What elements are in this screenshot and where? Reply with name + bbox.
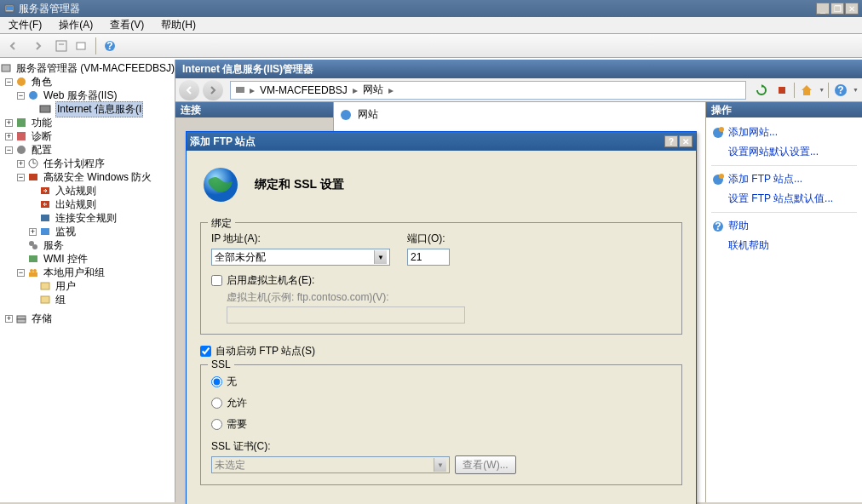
action-add-website[interactable]: 添加网站... — [711, 123, 857, 142]
action-set-defaults[interactable]: 设置网站默认设置... — [711, 142, 857, 162]
dropdown-arrow-icon: ▼ — [374, 250, 387, 264]
svg-rect-30 — [17, 316, 26, 319]
action-online-help[interactable]: 联机帮助 — [711, 236, 857, 255]
tree-inbound[interactable]: 入站规则 — [0, 184, 175, 198]
svg-rect-21 — [41, 228, 49, 235]
close-button[interactable]: ✕ — [845, 3, 859, 14]
nav-back-icon[interactable] — [179, 80, 199, 100]
toolbar-divider — [95, 37, 96, 54]
tree-wmi[interactable]: WMI 控件 — [0, 252, 175, 266]
chevron-right-icon: ▸ — [388, 84, 394, 96]
nav-forward-icon[interactable] — [203, 80, 223, 100]
tree-monitor[interactable]: +监视 — [0, 225, 175, 238]
tree-task-scheduler[interactable]: +任务计划程序 — [0, 157, 175, 170]
ssl-require-label: 需要 — [227, 417, 247, 432]
dropdown-arrow-icon[interactable]: ▼ — [819, 87, 825, 93]
toolbar-icon-2[interactable] — [75, 39, 89, 53]
nav-forward-icon[interactable] — [29, 37, 48, 55]
iis-header: Internet 信息服务(IIS)管理器 — [175, 60, 862, 78]
tree-features[interactable]: +功能 — [0, 116, 175, 129]
dropdown-arrow-icon: ▼ — [434, 458, 446, 472]
ssl-fieldset: SSL 无 允许 需要 SSL 证书(C): 未选定 ▼ 查看(W)... — [200, 364, 682, 485]
svg-point-38 — [719, 127, 724, 132]
globe-plus-icon — [711, 173, 725, 186]
help-icon[interactable]: ? — [832, 82, 849, 99]
ssl-none-label: 无 — [227, 375, 237, 389]
expander-icon[interactable]: − — [5, 78, 13, 86]
svg-point-9 — [29, 91, 37, 100]
tree-config[interactable]: −配置 — [0, 143, 175, 157]
divider — [828, 83, 829, 98]
minimize-button[interactable]: _ — [816, 3, 830, 14]
tree-groups[interactable]: 组 — [0, 293, 175, 306]
action-help[interactable]: ?帮助 — [711, 216, 857, 236]
nav-back-icon[interactable] — [3, 37, 22, 55]
expander-icon[interactable]: − — [17, 269, 25, 277]
chevron-right-icon: ▸ — [353, 84, 358, 96]
enable-vhost-checkbox[interactable] — [211, 275, 222, 286]
breadcrumb-host[interactable]: VM-MACFEEDBSJ — [258, 84, 349, 96]
ip-address-dropdown[interactable]: 全部未分配 ▼ — [211, 249, 390, 266]
svg-point-40 — [719, 174, 724, 179]
ssl-allow-radio[interactable] — [211, 398, 222, 409]
help-icon[interactable]: ? — [103, 39, 117, 53]
maximize-button[interactable]: ❐ — [830, 3, 844, 14]
home-icon[interactable] — [798, 82, 815, 99]
tree-diagnostics[interactable]: +诊断 — [0, 129, 175, 143]
tree-conn-security[interactable]: 连接安全规则 — [0, 211, 175, 225]
vhost-label: 虚拟主机(示例: ftp.contoso.com)(V): — [227, 290, 671, 305]
binding-legend: 绑定 — [208, 216, 235, 231]
menu-help[interactable]: 帮助(H) — [152, 17, 204, 33]
breadcrumb-sites[interactable]: 网站 — [361, 83, 385, 97]
refresh-icon[interactable] — [753, 82, 770, 99]
auto-start-label: 自动启动 FTP 站点(S) — [216, 344, 315, 358]
expander-icon[interactable]: + — [29, 228, 37, 236]
menu-view[interactable]: 查看(V) — [101, 17, 152, 33]
menu-file[interactable]: 文件(F) — [0, 17, 50, 33]
menu-action[interactable]: 操作(A) — [50, 17, 101, 33]
svg-point-36 — [341, 110, 351, 120]
action-set-ftp-defaults[interactable]: 设置 FTP 站点默认值... — [711, 189, 857, 209]
dialog-title: 添加 FTP 站点 — [190, 135, 256, 149]
actions-header: 操作 — [706, 102, 862, 117]
vhost-input — [227, 306, 465, 324]
tree-storage[interactable]: +存储 — [0, 312, 175, 325]
port-input[interactable] — [407, 249, 450, 266]
expander-icon[interactable]: + — [5, 133, 13, 140]
svg-rect-17 — [29, 174, 37, 180]
expander-icon[interactable]: − — [17, 174, 25, 181]
view-cert-button: 查看(W)... — [455, 455, 516, 474]
dialog-close-button[interactable]: ✕ — [679, 135, 692, 147]
tree-users[interactable]: 用户 — [0, 279, 175, 293]
tree-panel[interactable]: 服务器管理器 (VM-MACFEEDBSJ) −角色 −Web 服务器(IIS)… — [0, 60, 175, 502]
tree-roles[interactable]: −角色 — [0, 75, 175, 89]
tree-outbound[interactable]: 出站规则 — [0, 198, 175, 211]
tree-firewall[interactable]: −高级安全 Windows 防火 — [0, 170, 175, 184]
svg-rect-29 — [41, 296, 49, 303]
add-ftp-site-dialog: 添加 FTP 站点 ? ✕ 绑定和 SSL 设置 绑定 IP 地址(A): — [186, 131, 697, 504]
expander-icon[interactable]: + — [5, 119, 13, 127]
svg-point-25 — [30, 269, 33, 272]
svg-rect-28 — [41, 283, 49, 289]
expander-icon[interactable]: − — [5, 146, 13, 154]
action-add-ftp-site[interactable]: 添加 FTP 站点... — [711, 169, 857, 189]
expander-icon[interactable]: + — [17, 160, 25, 168]
stop-icon[interactable] — [773, 82, 790, 99]
dialog-help-button[interactable]: ? — [664, 135, 678, 147]
tree-services[interactable]: 服务 — [0, 238, 175, 252]
dialog-subtitle: 绑定和 SSL 设置 — [255, 177, 344, 192]
tree-iis[interactable]: Internet 信息服务(I — [0, 102, 175, 116]
auto-start-checkbox[interactable] — [200, 346, 211, 357]
dropdown-arrow-icon[interactable]: ▼ — [853, 87, 859, 93]
breadcrumb[interactable]: ▸ VM-MACFEEDBSJ ▸ 网站 ▸ — [230, 81, 746, 100]
port-label: 端口(O): — [407, 232, 450, 246]
expander-icon[interactable]: + — [5, 315, 13, 323]
expander-icon[interactable]: − — [17, 92, 25, 100]
dialog-titlebar[interactable]: 添加 FTP 站点 ? ✕ — [187, 132, 696, 151]
svg-text:?: ? — [837, 84, 843, 96]
tree-root[interactable]: 服务器管理器 (VM-MACFEEDBSJ) — [0, 61, 175, 75]
toolbar-icon-1[interactable] — [55, 39, 68, 53]
ssl-none-radio[interactable] — [211, 376, 222, 387]
tree-local-users[interactable]: −本地用户和组 — [0, 266, 175, 279]
ssl-require-radio[interactable] — [211, 419, 222, 430]
